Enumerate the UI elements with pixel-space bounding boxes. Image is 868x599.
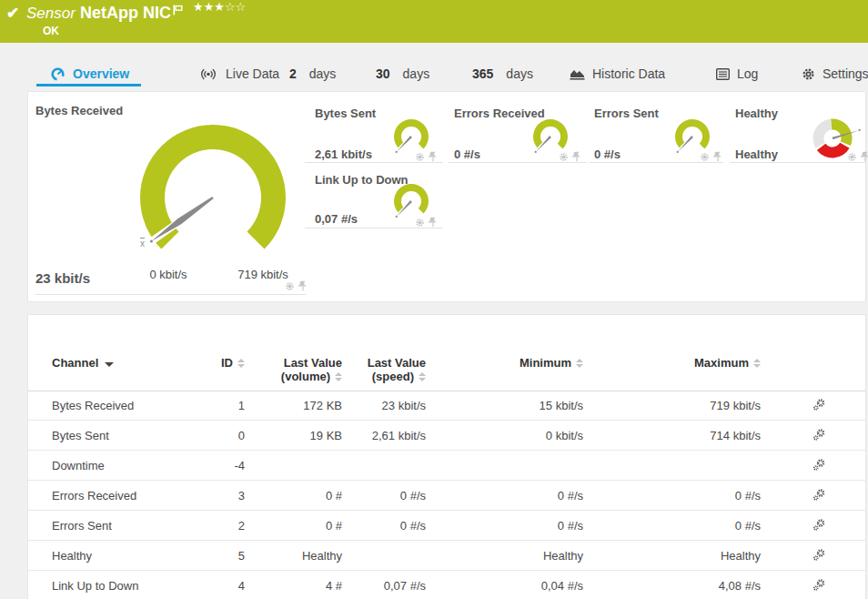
last-value-speed: 0 #/s (338, 481, 426, 511)
gauge-settings-icon[interactable] (415, 218, 425, 228)
gauge-value: 2,61 kbit/s (315, 147, 372, 161)
channel-settings-icon[interactable] (812, 489, 825, 505)
divider (305, 162, 443, 163)
minimum: 0,04 #/s (465, 571, 583, 599)
tab-live-data[interactable]: Live Data (198, 62, 279, 86)
gauges-panel: Bytes Received x 0 kbit/s 719 kbit/s 23 … (27, 91, 866, 302)
column-header-last-value-speed[interactable]: Last Value (speed) (338, 356, 426, 383)
sort-icon (576, 359, 583, 368)
column-header-maximum[interactable]: Maximum (642, 356, 761, 370)
gauge-max-label: 719 kbit/s (227, 268, 299, 281)
channel-settings-icon[interactable] (812, 459, 825, 475)
last-value-volume: 0 # (255, 511, 342, 541)
gauge-value: Healthy (735, 147, 778, 161)
pin-icon[interactable] (713, 151, 722, 162)
gauge-settings-icon[interactable] (415, 152, 425, 162)
gauge-value: 0,07 #/s (315, 212, 358, 226)
last-value-volume: 19 KB (255, 421, 342, 451)
minimum (465, 451, 583, 481)
average-marker: x (140, 239, 145, 249)
gauge-title: Bytes Received (35, 104, 123, 117)
last-value-speed: 23 kbit/s (338, 391, 426, 421)
divider (730, 162, 866, 163)
sort-icon (237, 359, 245, 368)
tab-log[interactable]: Log (716, 62, 758, 86)
pin-icon[interactable] (429, 217, 438, 228)
pin-icon[interactable] (861, 151, 868, 162)
table-row: Link Up to Down 4 4 # 0,07 #/s 0,04 #/s … (28, 571, 865, 599)
channel-settings-icon[interactable] (812, 429, 825, 445)
last-value-volume: 172 KB (255, 391, 342, 421)
column-header-minimum[interactable]: Minimum (465, 356, 583, 370)
last-value-speed: 0 #/s (338, 511, 426, 541)
divider (35, 294, 306, 295)
maximum: 719 kbit/s (642, 391, 761, 421)
gauge-settings-icon[interactable] (559, 152, 569, 162)
column-header-channel[interactable]: Channel (52, 356, 114, 370)
sort-desc-icon (105, 362, 114, 367)
channel-id: 2 (163, 511, 245, 541)
last-value-speed: 0,07 #/s (338, 571, 426, 599)
minimum: 15 kbit/s (465, 391, 583, 421)
minimum: 0 kbit/s (465, 421, 583, 451)
gauge-min-label: 0 kbit/s (132, 268, 205, 281)
channel-id: 3 (163, 481, 245, 511)
table-row: Bytes Received 1 172 KB 23 kbit/s 15 kbi… (28, 391, 865, 421)
divider (305, 228, 443, 228)
active-tab-underline (36, 84, 141, 86)
tab-historic-data[interactable]: Historic Data (570, 62, 665, 86)
gauge-title: Errors Sent (594, 107, 659, 120)
column-header-id[interactable]: ID (163, 356, 245, 370)
sensor-status-label: OK (43, 25, 59, 37)
divider (449, 162, 587, 163)
gauge-settings-icon[interactable] (847, 152, 857, 162)
table-row: Downtime -4 (28, 451, 865, 481)
minimum: Healthy (465, 541, 583, 571)
maximum: Healthy (642, 541, 761, 571)
tab-365-days[interactable]: 365days (472, 62, 533, 86)
maximum (642, 451, 761, 481)
channel-settings-icon[interactable] (812, 549, 825, 565)
maximum: 4,08 #/s (642, 571, 761, 599)
table-row: Errors Received 3 0 # 0 #/s 0 #/s 0 #/s (28, 481, 865, 511)
live-data-icon (198, 67, 218, 81)
gauge-settings-icon[interactable] (700, 152, 710, 162)
flag-icon[interactable] (173, 3, 183, 19)
gauge-title: Bytes Sent (315, 107, 376, 120)
sensor-title: NetApp NIC (80, 4, 171, 23)
priority-stars[interactable]: ★★★☆☆ (193, 0, 246, 14)
channel-id: 1 (163, 391, 245, 421)
table-row: Errors Sent 2 0 # 0 #/s 0 #/s 0 #/s (28, 511, 865, 541)
table-row: Healthy 5 Healthy Healthy Healthy (28, 541, 865, 571)
tab-overview[interactable]: Overview (50, 62, 129, 86)
table-row: Bytes Sent 0 19 KB 2,61 kbit/s 0 kbit/s … (28, 421, 865, 451)
gear-icon (802, 67, 815, 81)
pin-icon[interactable] (429, 151, 438, 162)
tab-settings[interactable]: Settings (802, 62, 868, 86)
pin-icon[interactable] (572, 151, 581, 162)
channel-settings-icon[interactable] (812, 579, 825, 595)
gauge-settings-icon[interactable] (285, 281, 295, 291)
sensor-header: ✔ Sensor NetApp NIC ★★★☆☆ OK (0, 0, 868, 43)
last-value-volume (255, 451, 342, 481)
tab-2-days[interactable]: 2days (289, 62, 336, 86)
column-header-last-value-volume[interactable]: Last Value (volume) (255, 356, 342, 383)
divider (590, 162, 723, 163)
channels-table: Channel ID Last Value (volume) Last Valu… (27, 314, 866, 599)
pin-icon[interactable] (298, 280, 308, 291)
channel-id: 4 (163, 571, 245, 599)
sort-icon (419, 372, 426, 383)
last-value-volume: 0 # (255, 481, 342, 511)
sort-icon (753, 359, 761, 368)
last-value-volume: Healthy (255, 541, 342, 571)
last-value-speed (338, 541, 426, 571)
sensor-page: ✔ Sensor NetApp NIC ★★★☆☆ OK Overview Li… (0, 0, 868, 599)
maximum: 0 #/s (642, 481, 761, 511)
channel-settings-icon[interactable] (812, 399, 825, 415)
gauge-title: Healthy (735, 107, 778, 120)
tab-30-days[interactable]: 30days (376, 62, 429, 86)
historic-chart-icon (570, 67, 585, 80)
channel-settings-icon[interactable] (812, 519, 825, 535)
channel-id: -4 (163, 451, 245, 481)
last-value-speed: 2,61 kbit/s (338, 421, 426, 451)
